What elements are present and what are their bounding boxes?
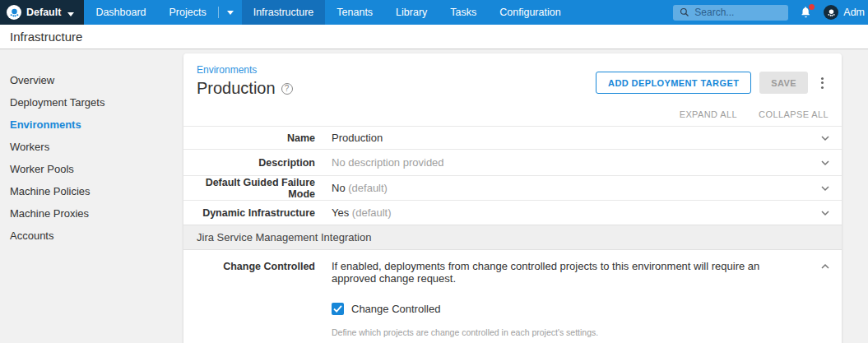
change-controlled-label: Change Controlled [183,260,315,272]
chevron-down-icon[interactable] [820,210,830,216]
chevron-down-icon [67,5,74,20]
sidebar-item-deployment-targets[interactable]: Deployment Targets [10,91,183,114]
nav-item-configuration[interactable]: Configuration [488,0,572,25]
expand-all-link[interactable]: EXPAND ALL [680,109,737,119]
notification-badge [809,4,815,10]
add-deployment-target-button[interactable]: ADD DEPLOYMENT TARGET [596,72,751,94]
change-controlled-note: Define which projects are change control… [332,327,796,343]
environment-title: Production [197,79,276,98]
row-change-controlled: Change Controlled If enabled, deployment… [183,250,842,343]
change-controlled-checkbox[interactable] [332,303,344,315]
search-input[interactable] [694,7,777,18]
row-guided-failure-label: Default Guided Failure Mode [183,177,315,200]
row-dynamic-infrastructure-value: Yes (default) [332,206,392,219]
sidebar-item-workers[interactable]: Workers [10,136,183,158]
chevron-down-icon[interactable] [820,185,830,192]
change-controlled-summary: If enabled, deployments from change cont… [332,260,796,285]
sidebar-item-environments[interactable]: Environments [10,114,183,136]
nav-item-infrastructure[interactable]: Infrastructure [242,0,326,25]
space-switcher[interactable]: Default [0,0,84,25]
search-box[interactable] [673,5,788,21]
row-description[interactable]: Description No description provided [183,149,842,175]
row-guided-failure-value: No (default) [332,182,388,194]
notifications-button[interactable] [800,6,812,19]
environment-card: Environments Production ADD DEPLOYMENT T… [183,53,842,343]
collapse-all-link[interactable]: COLLAPSE ALL [759,109,829,119]
nav-items: Dashboard Projects Infrastructure Tenant… [84,0,572,25]
help-icon[interactable] [281,83,293,95]
nav-item-tenants[interactable]: Tenants [325,0,384,25]
sidebar-item-accounts[interactable]: Accounts [10,225,183,247]
sidebar-item-worker-pools[interactable]: Worker Pools [10,158,183,180]
nav-item-tasks[interactable]: Tasks [439,0,488,25]
row-name[interactable]: Name Production [183,126,842,149]
user-menu[interactable]: Adm [824,5,865,20]
row-guided-failure[interactable]: Default Guided Failure Mode No (default) [183,175,842,200]
nav-item-dashboard[interactable]: Dashboard [84,0,157,25]
space-name: Default [26,7,61,18]
breadcrumb[interactable]: Environments [197,64,257,76]
nav-item-library[interactable]: Library [384,0,439,25]
sidebar-item-machine-proxies[interactable]: Machine Proxies [10,202,183,225]
row-name-value: Production [332,132,383,144]
card-header: Environments Production ADD DEPLOYMENT T… [183,53,842,98]
chevron-down-icon[interactable] [820,160,830,166]
change-controlled-checkbox-row[interactable]: Change Controlled [332,303,796,315]
jira-section-header: Jira Service Management Integration [183,225,842,250]
save-button[interactable]: SAVE [759,72,808,94]
user-name: Adm [843,7,865,18]
sidebar: Overview Deployment Targets Environments… [0,49,183,342]
expand-collapse-controls: EXPAND ALL COLLAPSE ALL [183,98,842,126]
row-name-label: Name [183,132,315,144]
top-navigation: Default Dashboard Projects Infrastructur… [0,0,868,25]
sidebar-item-machine-policies[interactable]: Machine Policies [10,180,183,202]
octopus-logo-icon [7,5,21,20]
sidebar-item-overview[interactable]: Overview [10,69,183,91]
row-dynamic-infrastructure-label: Dynamic Infrastructure [183,207,315,219]
topnav-right: Adm [673,0,868,25]
user-avatar [824,5,838,20]
row-dynamic-infrastructure[interactable]: Dynamic Infrastructure Yes (default) [183,200,842,225]
chevron-down-icon[interactable] [820,135,830,141]
search-icon [680,7,689,17]
overflow-menu-icon[interactable] [816,74,829,92]
nav-item-projects[interactable]: Projects [158,0,218,25]
row-description-label: Description [183,157,315,169]
projects-dropdown-button[interactable] [219,0,242,25]
change-controlled-checkbox-label: Change Controlled [351,303,440,315]
page-title-bar: Infrastructure [0,25,868,49]
row-description-value: No description provided [332,156,444,169]
page-title: Infrastructure [10,30,82,44]
chevron-up-icon[interactable] [820,260,830,270]
